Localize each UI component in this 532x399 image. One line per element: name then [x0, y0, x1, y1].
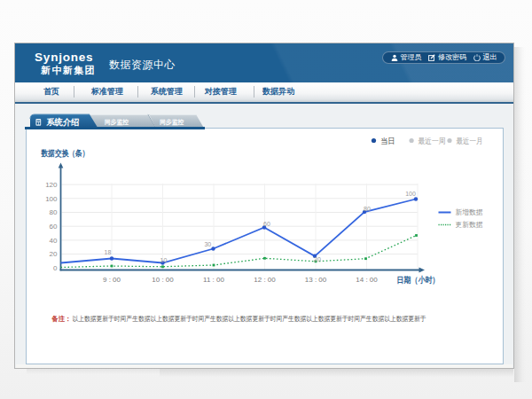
svg-text:新增数据: 新增数据 [455, 208, 482, 216]
svg-text:当日: 当日 [380, 137, 395, 145]
svg-text:9 : 00: 9 : 00 [102, 276, 121, 284]
svg-text:数据交换（条）: 数据交换（条） [40, 148, 89, 159]
svg-text:同步监控: 同步监控 [105, 119, 129, 126]
svg-text:14 : 00: 14 : 00 [356, 276, 378, 284]
svg-text:10 : 00: 10 : 00 [152, 276, 174, 284]
svg-text:100: 100 [45, 195, 58, 203]
svg-text:系统介绍: 系统介绍 [46, 116, 79, 126]
svg-text:更新数据: 更新数据 [455, 221, 482, 229]
svg-text:60: 60 [263, 221, 270, 227]
svg-text:40: 40 [49, 237, 57, 245]
svg-text:20: 20 [314, 256, 321, 262]
svg-text:12 : 00: 12 : 00 [254, 276, 276, 284]
svg-text:20: 20 [49, 250, 57, 258]
svg-text:0: 0 [53, 264, 58, 272]
svg-text:30: 30 [204, 241, 211, 247]
svg-text:80: 80 [49, 208, 57, 216]
svg-text:60: 60 [49, 223, 57, 231]
svg-text:13 : 00: 13 : 00 [304, 276, 326, 284]
svg-text:10: 10 [160, 257, 167, 263]
svg-text:以上数据更新于时间产生数据以上数据更新于时间产生数据以上数据: 以上数据更新于时间产生数据以上数据更新于时间产生数据以上数据更新于时间产生数据以… [72, 315, 426, 323]
svg-text:18: 18 [104, 249, 111, 255]
svg-text:最近一周: 最近一周 [418, 137, 445, 145]
svg-text:100: 100 [405, 191, 416, 197]
svg-text:11 : 00: 11 : 00 [203, 276, 224, 284]
svg-text:最近一月: 最近一月 [456, 137, 482, 145]
svg-text:备注：: 备注： [51, 315, 71, 323]
svg-text:120: 120 [45, 181, 58, 189]
svg-text:80: 80 [364, 206, 371, 212]
svg-text:同步监控: 同步监控 [160, 119, 184, 126]
svg-text:日期（小时）: 日期（小时） [396, 275, 439, 286]
